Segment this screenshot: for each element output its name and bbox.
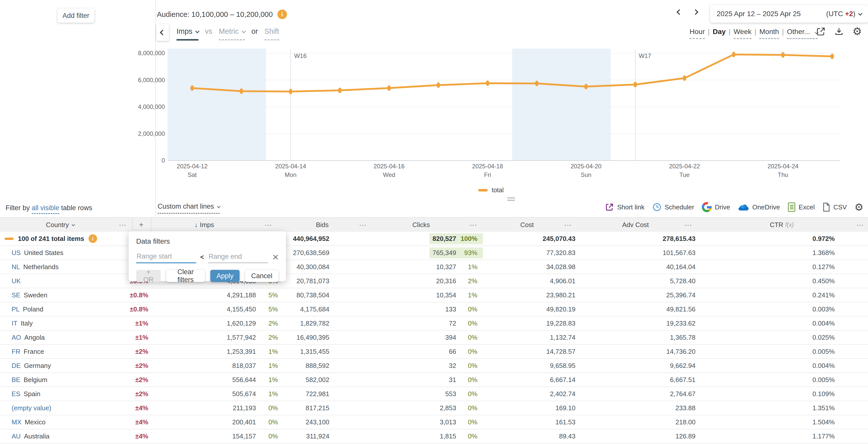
country-code: IT [11,319,18,327]
country-name: Angola [25,334,45,341]
country-name: United States [24,249,63,257]
table-row[interactable]: AOAngola±1%1,577,9422%16,490,3953940%1,1… [0,331,868,345]
svg-text:Wed: Wed [383,171,395,178]
cell-cost: 4,906.01 [483,277,576,285]
table-toolbar: Filter by all visible table rows Custom … [0,201,868,217]
table-settings-gear-icon[interactable]: ⚙ [855,202,864,212]
chart-legend[interactable]: total [478,186,504,194]
custom-chart-lines-dropdown[interactable]: Custom chart lines [158,203,220,214]
column-header-clicks[interactable]: Clicks [412,218,430,232]
cell-ctr: 1.351% [696,404,838,412]
table-row[interactable]: ITItaly±1%1,620,1292%1,829,782720%19,228… [0,316,868,331]
table-row[interactable]: MXMexico±4%200,4010%243,1003,0130%161.53… [0,415,868,430]
column-header-ctr[interactable]: CTRf(x) [770,218,794,232]
cell-ctr: 0.109% [696,390,838,398]
clear-filters-button[interactable]: Clear filters [166,270,205,282]
column-header-country[interactable]: Country [46,218,74,232]
svg-text:6,000,000: 6,000,000 [138,77,165,83]
cell-ctr: 0.450% [696,277,838,285]
table-row[interactable]: PLPoland±0.8%4,155,4505%4,175,6841330%49… [0,302,868,316]
add-column-button[interactable]: + [139,218,144,232]
svg-text:2025-04-12: 2025-04-12 [177,163,208,170]
cell-ctr: 0.005% [696,348,838,355]
or-button[interactable]: + OR [136,270,161,282]
table-row[interactable]: BEBelgium±2%556,6441%582,002310%6,667.14… [0,373,868,387]
cell-cost: 49,820.19 [483,305,576,313]
table-row[interactable]: AUAustralia±4%154,1570%311,9241,8150%89.… [0,430,868,444]
legend-swatch-icon [478,189,488,192]
short-link-button[interactable]: Short link [605,203,644,212]
analytics-dashboard: Add filter Audience: 10,100,000 – 10,200… [0,0,868,444]
cell-clicks: 10,3541% [330,291,483,299]
column-header-cost[interactable]: Cost [520,218,534,232]
cell-clicks: 820,527100% [330,233,483,244]
table-row[interactable]: DEGermany±2%818,0371%888,592320%9,658.95… [0,359,868,373]
column-header-adv-cost[interactable]: Adv Cost [622,218,649,232]
cell-clicks: 20,3162% [330,277,483,285]
cell-ctr: 0.005% [696,376,838,384]
onedrive-button[interactable]: OneDrive [738,203,780,211]
bids-column-menu[interactable]: ⋯ [359,218,367,232]
google-logo-icon [702,202,712,212]
apply-button[interactable]: Apply [210,270,240,282]
cell-imps: 1,620,1292% [151,319,280,327]
cell-cost: 19,228.83 [483,319,576,327]
imps-column-menu[interactable]: ⋯ [265,218,273,232]
row-series-dash-icon [4,238,13,240]
cell-clicks: 10,3271% [330,263,483,271]
table-row[interactable]: (empty value)±4%211,1930%817,2152,8530%1… [0,401,868,415]
cell-error-margin: ±1% [111,319,151,327]
cell-country: ITItaly [0,319,111,327]
column-header-bids[interactable]: Bids [316,218,329,232]
cell-ctr: 1.504% [696,418,838,426]
column-header-imps[interactable]: ↓Imps [194,218,214,232]
country-code: UK [11,277,21,285]
cell-country: DEGermany [0,362,111,370]
svg-text:Mon: Mon [285,171,297,178]
table-row[interactable]: ESSpain±2%505,6741%722,9815530%2,402.742… [0,387,868,401]
cell-bids: 440,964,952 [280,235,330,243]
cell-country: BEBelgium [0,376,111,384]
country-column-menu[interactable]: ⋯ [119,218,127,232]
clicks-column-menu[interactable]: ⋯ [470,218,477,232]
close-icon[interactable]: ✕ [272,253,279,261]
chart-canvas[interactable]: 02,000,0004,000,0006,000,0008,000,000W16… [0,0,868,181]
svg-text:Thu: Thu [778,171,788,178]
google-drive-button[interactable]: Drive [702,202,730,212]
cell-ctr: 0.127% [696,263,838,271]
cell-country: NLNetherlands [0,263,111,271]
scheduler-button[interactable]: Scheduler [652,202,694,212]
cell-bids: 1,315,455 [280,348,330,355]
resize-handle[interactable] [507,198,515,201]
country-name: Belgium [24,376,48,384]
adv-cost-column-menu[interactable]: ⋯ [684,218,692,232]
svg-text:2025-04-22: 2025-04-22 [669,163,700,170]
svg-text:2025-04-20: 2025-04-20 [570,163,601,170]
country-code: PL [11,305,20,313]
cell-bids: 817,215 [280,404,330,412]
all-visible-link[interactable]: all visible [32,204,60,214]
cell-country: PLPoland [0,305,111,313]
cost-column-menu[interactable]: ⋯ [564,218,572,232]
cell-cost: 14,728.57 [483,348,576,355]
country-code: NL [11,263,20,271]
cell-bids: 582,002 [280,376,330,384]
info-icon[interactable]: i [89,234,97,243]
range-end-input[interactable] [208,251,268,263]
ctr-column-menu[interactable]: ⋯ [857,218,865,232]
country-code: FR [11,348,21,355]
table-row[interactable]: FRFrance±2%1,253,3911%1,315,455660%14,72… [0,345,868,359]
cell-cost: 6,667.14 [483,376,576,384]
csv-export-button[interactable]: CSV [823,202,847,212]
cancel-button[interactable]: Cancel [245,270,278,282]
cell-error-margin: ±2% [111,390,151,398]
excel-export-button[interactable]: Excel [787,202,815,212]
country-code: AU [11,433,21,440]
country-code: MX [11,418,22,426]
cell-bids: 1,829,782 [280,319,330,327]
table-row[interactable]: SESweden±0.8%4,291,1885%80,738,50410,354… [0,288,868,302]
onedrive-cloud-icon [738,203,749,211]
cell-imps: 556,6441% [151,376,280,384]
cell-imps: 1,253,3911% [151,348,280,355]
range-start-input[interactable] [136,251,196,263]
